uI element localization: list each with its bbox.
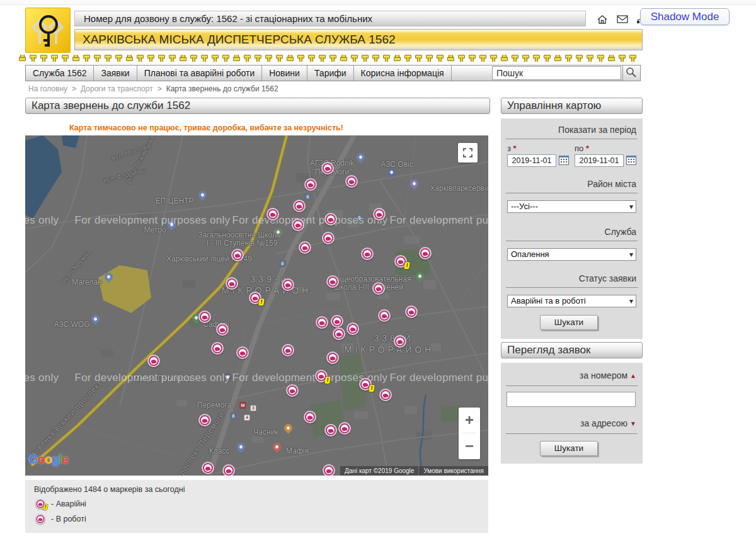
request-marker[interactable] [326, 351, 339, 364]
page: Номер для дозвону в службу: 1562 - зі ст… [0, 0, 756, 548]
key-icon [372, 55, 378, 62]
metro-station-icon[interactable]: М [239, 402, 246, 409]
request-marker-emergency[interactable]: ! [359, 378, 372, 391]
request-marker[interactable] [282, 344, 294, 357]
request-marker[interactable] [236, 346, 249, 359]
request-marker[interactable] [293, 200, 306, 212]
nav-item-0[interactable]: Служба 1562 [26, 66, 94, 81]
request-marker[interactable] [304, 411, 316, 423]
request-marker[interactable] [299, 241, 311, 254]
request-marker[interactable] [316, 316, 328, 329]
marker-swirl-icon [349, 325, 357, 333]
request-marker-emergency[interactable]: ! [249, 292, 261, 304]
request-marker[interactable] [216, 323, 229, 336]
request-marker[interactable] [322, 232, 335, 244]
request-marker[interactable] [231, 249, 244, 261]
request-marker[interactable] [346, 323, 359, 335]
request-marker[interactable] [331, 315, 343, 328]
request-marker[interactable] [379, 389, 392, 401]
request-marker[interactable] [323, 464, 335, 476]
request-number-input[interactable] [507, 392, 636, 407]
fullscreen-button[interactable] [458, 143, 478, 163]
request-marker[interactable] [419, 247, 432, 260]
marker-swirl-icon [381, 312, 388, 319]
search-input[interactable] [492, 66, 621, 80]
request-marker[interactable] [266, 208, 279, 220]
request-marker[interactable] [286, 384, 299, 397]
request-marker[interactable] [198, 414, 211, 426]
request-marker[interactable] [304, 178, 317, 191]
shadow-mode-button[interactable]: Shadow Mode [640, 8, 730, 25]
request-marker[interactable] [202, 462, 214, 474]
nav-item-2[interactable]: Планові та аварійні роботи [137, 66, 263, 81]
calendar-icon[interactable] [626, 156, 636, 165]
date-from-input[interactable] [507, 154, 556, 167]
date-to-input[interactable] [575, 154, 624, 167]
request-marker[interactable] [282, 278, 294, 291]
request-marker[interactable] [378, 309, 391, 322]
site-logo[interactable] [25, 8, 71, 53]
key-icon [201, 55, 207, 62]
nav-item-3[interactable]: Новини [262, 66, 307, 81]
zoom-out-button[interactable]: − [459, 433, 480, 459]
district-select[interactable]: ---Усі--- [507, 200, 636, 213]
service-select[interactable]: Опалення [507, 248, 636, 261]
map-canvas[interactable]: + − Google Дані карт ©2019 Google Умови … [25, 135, 488, 476]
nav-item-1[interactable]: Заявки [94, 66, 137, 81]
request-marker[interactable] [333, 328, 345, 340]
marker-swirl-icon [239, 349, 246, 357]
nav-item-5[interactable]: Корисна інформація [354, 66, 452, 81]
calendar-icon[interactable] [559, 156, 569, 165]
request-marker[interactable] [226, 277, 238, 290]
key-icon [126, 55, 132, 62]
key-icon [437, 55, 442, 62]
status-select[interactable]: Аварійні та в роботі [507, 295, 636, 307]
terms-link[interactable]: Умови використання [419, 466, 488, 476]
marker-swirl-icon [228, 280, 236, 287]
zoom-in-button[interactable]: + [459, 408, 480, 433]
request-marker[interactable] [211, 342, 224, 355]
map-label: Загальноосвітня Школа [198, 231, 280, 239]
google-logo-letter: o [45, 452, 52, 466]
request-marker[interactable] [405, 305, 418, 318]
request-marker[interactable] [324, 213, 337, 225]
marker-swirl-icon [327, 426, 335, 434]
request-marker[interactable] [324, 424, 337, 437]
bus-stop-icon[interactable]: б [230, 413, 237, 420]
request-marker[interactable] [321, 162, 334, 174]
nav-item-4[interactable]: Тарифи [307, 66, 354, 81]
mail-icon[interactable] [617, 15, 628, 26]
search-button[interactable] [622, 66, 640, 81]
bus-stop-icon[interactable]: б [304, 193, 311, 200]
marker-swirl-icon [201, 313, 209, 321]
breadcrumb-item-1[interactable]: Дороги та транспорт [81, 84, 153, 93]
by-number-label[interactable]: за номером▲ [580, 370, 636, 380]
marker-swirl-icon [269, 210, 277, 218]
map-search-button[interactable]: Шукати [540, 315, 598, 330]
request-marker[interactable] [373, 208, 386, 220]
request-marker[interactable] [222, 464, 235, 476]
key-icon [501, 55, 507, 62]
bus-stop-icon[interactable]: б [279, 260, 286, 267]
request-marker-emergency[interactable]: ! [315, 370, 328, 382]
request-marker-emergency[interactable]: ! [394, 255, 407, 268]
home-icon[interactable] [597, 14, 608, 25]
request-marker[interactable] [372, 282, 385, 295]
request-marker[interactable] [345, 175, 358, 188]
request-marker[interactable] [198, 311, 211, 323]
google-logo[interactable]: Google [28, 452, 68, 467]
marker-swirl-icon [396, 338, 404, 345]
marker-swirl-icon [37, 501, 43, 507]
request-marker[interactable] [361, 248, 374, 260]
request-marker[interactable] [326, 275, 339, 288]
key-icon [597, 55, 603, 62]
key-icon [394, 55, 399, 62]
requests-search-button[interactable]: Шукати [540, 441, 598, 456]
request-marker[interactable] [338, 422, 351, 435]
request-marker[interactable] [394, 335, 406, 348]
service-label: Служба [605, 227, 636, 237]
breadcrumb-item-0[interactable]: На головну [28, 84, 67, 93]
request-marker[interactable] [292, 219, 304, 231]
request-marker[interactable] [147, 355, 160, 367]
by-address-label[interactable]: за адресою▼ [580, 418, 636, 428]
